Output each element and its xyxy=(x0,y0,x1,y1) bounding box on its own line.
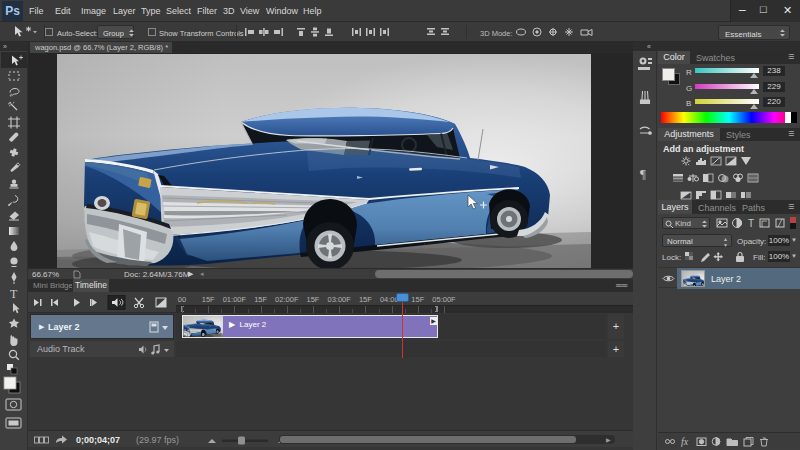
svg-text:T: T xyxy=(748,218,754,229)
svg-text:¶: ¶ xyxy=(640,166,646,181)
svg-text:fx: fx xyxy=(681,436,689,447)
svg-text:T: T xyxy=(10,287,18,301)
